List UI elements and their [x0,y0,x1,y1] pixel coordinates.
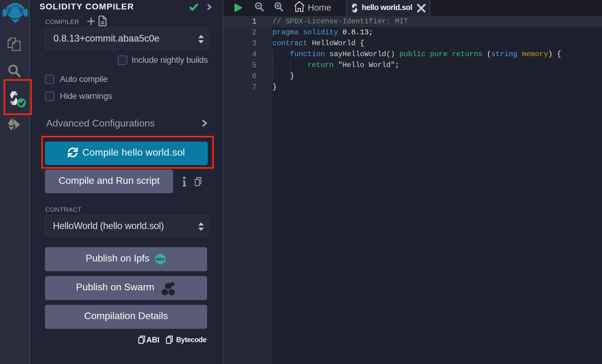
svg-text:IPFS: IPFS [156,257,164,261]
